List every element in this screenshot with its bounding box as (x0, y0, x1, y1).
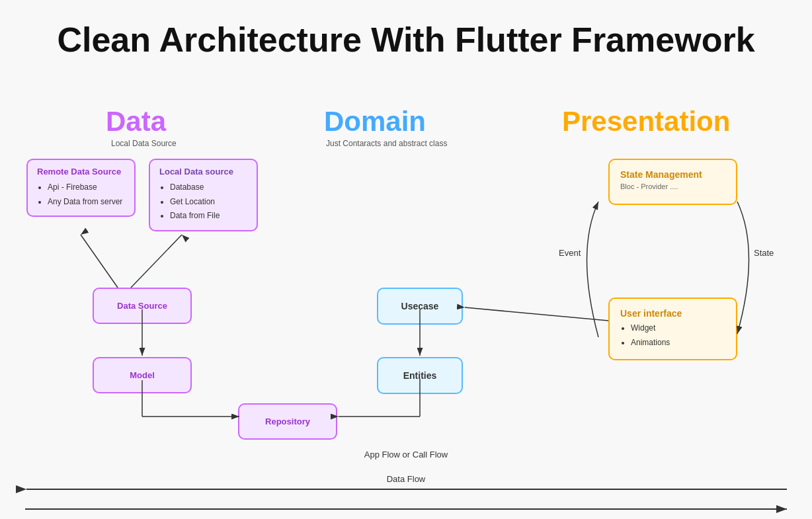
usecase-box: Usecase (377, 288, 463, 325)
event-label: Event (559, 248, 581, 258)
data-flow-label: Data Flow (387, 474, 426, 484)
model-box: Model (93, 357, 192, 393)
svg-line-4 (81, 235, 118, 288)
svg-line-12 (465, 307, 608, 321)
repository-box: Repository (238, 403, 337, 440)
user-interface-box: User interface Widget Animations (608, 298, 737, 360)
state-management-box: State Management Bloc - Provider .... (608, 159, 737, 205)
remote-data-source-box: Remote Data Source Api - Firebase Any Da… (26, 159, 136, 217)
app-flow-label: App Flow or Call Flow (364, 450, 448, 459)
col-data-header: Data (106, 106, 166, 138)
col-presentation-header: Presentation (562, 106, 730, 138)
col-domain-header: Domain (324, 106, 426, 138)
svg-line-5 (131, 235, 182, 288)
state-label: State (754, 248, 774, 258)
col-domain-subtitle: Just Contaracts and abstract class (326, 139, 447, 148)
entities-box: Entities (377, 357, 463, 394)
col-data-subtitle: Local Data Source (111, 139, 177, 148)
data-source-box: Data Source (93, 288, 192, 324)
main-title: Clean Architecture With Flutter Framewor… (0, 0, 812, 73)
local-data-source-box: Local Data source Database Get Location … (149, 159, 258, 231)
